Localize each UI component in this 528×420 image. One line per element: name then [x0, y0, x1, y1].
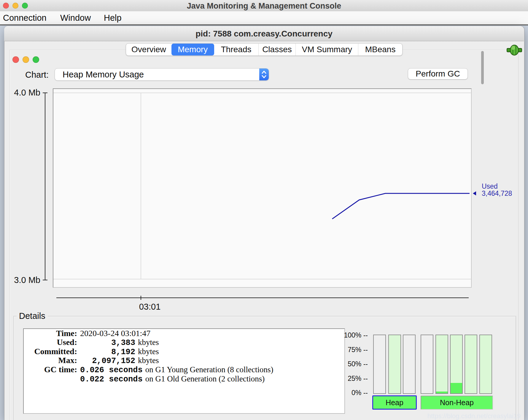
gauge-scale-50: 50% -- [335, 360, 368, 368]
gauge-bar [435, 335, 448, 394]
watermark: https://blog.csdn.net/creasylai19 [386, 412, 521, 420]
used-memory-line [53, 88, 472, 288]
x-axis-tick [141, 296, 141, 300]
tab-threads[interactable]: Threads [214, 44, 258, 55]
chart-select[interactable]: Heap Memory Usage [55, 68, 269, 81]
app-window-title: pid: 7588 com.creasy.Concurrency [4, 29, 524, 39]
gauge-scale-25: 25% -- [335, 375, 368, 383]
perform-gc-button[interactable]: Perform GC [408, 68, 468, 79]
tab-memory[interactable]: Memory [171, 44, 214, 55]
tab-mbeans[interactable]: MBeans [358, 44, 402, 55]
details-panel: Time: 2020-03-24 03:01:47 Used: 3,383kby… [23, 328, 345, 414]
menu-window[interactable]: Window [60, 11, 91, 24]
gauge-bar [403, 335, 416, 394]
heap-button[interactable]: Heap [372, 395, 417, 410]
detail-row-gc-young: GC time: 0.026 secondson G1 Young Genera… [24, 365, 341, 374]
tab-vm-summary[interactable]: VM Summary [295, 44, 358, 55]
detail-row-time: Time: 2020-03-24 03:01:47 [24, 329, 341, 338]
tab-overview[interactable]: Overview [126, 44, 171, 55]
y-axis-bottom-label: 3.0 Mb [9, 275, 40, 285]
gauge-scale-100: 100% -- [335, 331, 368, 339]
y-axis-top-label: 4.0 Mb [9, 88, 40, 98]
gauge-bar [388, 335, 401, 394]
series-name-label: Used [482, 183, 498, 190]
gauge-bar [373, 335, 386, 394]
y-axis-bottom-tick [43, 280, 47, 280]
chart-select-stepper-icon[interactable] [259, 69, 269, 80]
scrollbar-thumb[interactable] [481, 51, 484, 84]
series-value-label: 3,464,728 [482, 190, 512, 197]
chart-select-label: Chart: [25, 69, 49, 80]
gauge-bar [421, 335, 433, 394]
connection-status-plug-icon [506, 44, 523, 56]
details-legend: Details [17, 311, 48, 321]
gauge-bar [465, 335, 477, 394]
gauge-scale-0: 0% -- [335, 389, 368, 397]
nonheap-button[interactable]: Non-Heap [421, 396, 493, 410]
detail-row-committed: Committed: 8,192kbytes [24, 347, 341, 356]
tab-classes[interactable]: Classes [258, 44, 296, 55]
series-arrow-icon [473, 191, 476, 195]
detail-row-max: Max: 2,097,152kbytes [24, 356, 341, 365]
chart-select-value: Heap Memory Usage [63, 69, 144, 80]
detail-row-used: Used: 3,383kbytes [24, 338, 341, 347]
menubar: Connection Window Help [0, 11, 528, 24]
y-axis-line [45, 93, 45, 280]
detail-row-gc-old: 0.022 secondson G1 Old Generation (2 col… [24, 374, 341, 383]
outer-window-title: Java Monitoring & Management Console [0, 1, 528, 11]
gauge-scale-75: 75% -- [335, 346, 368, 354]
gauge-bar [479, 335, 492, 394]
menubar-divider [0, 24, 528, 26]
x-axis-line [56, 298, 469, 298]
x-axis-tick-label: 03:01 [132, 302, 168, 312]
menu-help[interactable]: Help [104, 11, 122, 24]
y-axis-top-tick [43, 93, 47, 93]
tabbar: Overview Memory Threads Classes VM Summa… [126, 43, 403, 56]
gauge-bar [450, 335, 463, 394]
screen: Java Monitoring & Management Console Con… [0, 0, 528, 420]
menu-connection[interactable]: Connection [3, 11, 47, 24]
